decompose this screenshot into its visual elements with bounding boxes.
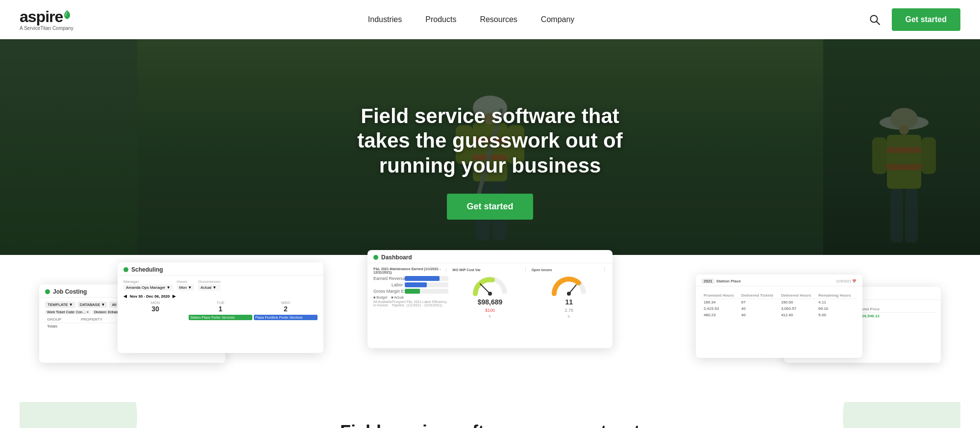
bar-fill-gross [405, 289, 420, 294]
chart-row-earned: Earned Revenue [373, 276, 448, 281]
wip-value: $98,689 [478, 298, 503, 306]
issues-refresh-icon[interactable]: ↻ [567, 315, 570, 319]
pl-chart-section: P&L 2021 Maintenance Earned (1/1/2021 - … [373, 267, 448, 319]
hero-cta-button[interactable]: Get started [447, 194, 533, 220]
open-issues-sub: 2.75 [565, 308, 574, 313]
sched-tue-label: TUE [189, 301, 252, 305]
nav-link-company[interactable]: Company [541, 15, 574, 24]
event-station-place: Station Place Porter Services [189, 315, 252, 320]
chart-row-labor: Labor [373, 282, 448, 287]
est-total-val: $26,546.12 [858, 313, 935, 320]
card-dot-job [45, 289, 50, 294]
legend-actual: ■ Actual [391, 296, 403, 299]
screenshots-section: Job Costing TEMPLATE ▼ DATABASE ▼ All ti… [0, 255, 980, 373]
sched-hours-input[interactable]: Mon ▼ [177, 284, 195, 291]
wip-title: WO WIP Cost Var [452, 268, 480, 272]
sched-day-tue: TUE 1 [189, 301, 252, 313]
card-dot-dash [373, 255, 378, 260]
sched-events-tue: Station Place Porter Services [189, 314, 252, 321]
pl-chart: Earned Revenue Labor Gross [373, 276, 448, 294]
nav-link-resources[interactable]: Resources [480, 15, 517, 24]
logo-subtitle: A ServiceTitan Company [20, 25, 74, 31]
hero-section: Field service software that takes the gu… [0, 39, 980, 284]
green-circle-right [843, 402, 960, 428]
bar-track-labor [405, 282, 448, 287]
col-group: GROUP [45, 316, 79, 323]
bar-fill-labor [405, 282, 427, 287]
bar-track-gross [405, 289, 448, 294]
nav-link-products[interactable]: Products [425, 15, 456, 24]
event-plaza: Plaza Frontline Porter Services [254, 315, 318, 320]
leaf-icon [64, 10, 71, 19]
pl-labor-eff: P&L 2021 Labor Efficiency (1/1/2021 - 12… [407, 300, 449, 307]
sched-prev-btn[interactable]: ◀ [123, 294, 127, 299]
chart-row-gross: Gross Margin E… [373, 289, 448, 294]
svg-line-1 [877, 22, 880, 25]
sched-label-occurrences: Occurrences [198, 279, 220, 284]
bar-track-earned [405, 276, 448, 281]
logo-text: aspire [20, 9, 63, 25]
bar-label-earned: Earned Revenue [373, 276, 403, 281]
wip-gauge-section: WO WIP Cost Var ⋮ $98,689 $100 ↻ [452, 267, 527, 319]
wip-table: Promised Hours Delivered Tickets Deliver… [702, 292, 857, 318]
cell-totals: Totals [45, 323, 79, 330]
wip-gauge-svg [470, 274, 510, 296]
wip-menu-icon[interactable]: ⋮ [523, 267, 528, 272]
sched-label-manager: Manager [123, 279, 173, 284]
pl-chart-title: P&L 2021 Maintenance Earned (1/1/2021 - … [373, 267, 444, 274]
wip-refresh-icon[interactable]: ↻ [489, 315, 491, 319]
est-col-total: Total Price [858, 306, 935, 313]
wip-station-title: Station Place [716, 279, 741, 283]
open-issues-gauge-svg [549, 274, 588, 296]
screenshots-container: Job Costing TEMPLATE ▼ DATABASE ▼ All ti… [29, 255, 951, 363]
wip-col-tickets: Delivered Tickets [739, 292, 779, 299]
open-issues-menu[interactable]: ⋮ [602, 267, 607, 272]
get-started-nav-button[interactable]: Get started [892, 8, 960, 31]
sched-wed-label: WED [254, 301, 318, 305]
logo[interactable]: aspire A ServiceTitan Company [20, 9, 74, 31]
sched-wed-num: 2 [254, 305, 318, 313]
filter-database[interactable]: DATABASE ▼ [77, 302, 108, 308]
sched-manager-input[interactable]: Amanda Ops Manager ▼ [123, 284, 173, 291]
wip-year: 2021 [702, 278, 714, 284]
sched-tue-num: 1 [189, 305, 252, 313]
scheduling-card: Scheduling Manager Amanda Ops Manager ▼ … [118, 262, 323, 353]
svg-point-24 [488, 292, 492, 296]
pl-legend: ■ Budget ■ Actual [373, 296, 448, 299]
bar-label-labor: Labor [373, 282, 403, 287]
sched-next-btn[interactable]: ▶ [172, 294, 176, 299]
open-issues-title: Open Issues [532, 268, 552, 272]
pl-available: All Available to Invoice [373, 300, 392, 307]
wip-col-remaining: Remaining Hours [816, 292, 857, 299]
search-icon [869, 14, 880, 25]
nav-right: Get started [869, 8, 960, 31]
card-dot-sched [123, 267, 128, 272]
dashboard-card: Dashboard P&L 2021 Maintenance Earned (1… [368, 250, 612, 348]
svg-line-23 [480, 284, 490, 294]
pl-menu-icon[interactable]: ⋮ [444, 268, 448, 273]
search-button[interactable] [869, 14, 880, 25]
trust-section: Field service software you can trust [0, 373, 980, 428]
nav-link-industries[interactable]: Industries [368, 15, 402, 24]
pl-prospect: Prospect Pipeline [392, 300, 407, 307]
job-costing-title: Job Costing [53, 288, 87, 295]
scheduling-title: Scheduling [131, 266, 163, 273]
sched-mon-num: 30 [123, 305, 187, 313]
filter-template[interactable]: TEMPLATE ▼ [45, 302, 75, 308]
navbar: aspire A ServiceTitan Company Industries… [0, 0, 980, 39]
green-decoration [20, 402, 960, 428]
wip-row-2: 2,415.53403,063.5769.10 [702, 305, 857, 312]
wip-date-input[interactable]: 12/9/2021 📅 [836, 279, 857, 283]
wip-row-3: 480.2340412.405.00 [702, 312, 857, 318]
sched-events-mon [123, 314, 187, 321]
open-issues-section: Open Issues ⋮ 11 2.75 ↻ [532, 267, 607, 319]
sched-events-wed: Plaza Frontline Porter Services [254, 314, 318, 321]
sched-occ-input[interactable]: Actual ▼ [198, 284, 220, 291]
green-circle-left [20, 402, 137, 428]
wip-sub: $100 [485, 308, 495, 313]
wip-col-delivered: Delivered Hours [779, 292, 816, 299]
bar-fill-earned [405, 276, 440, 281]
bar-label-gross: Gross Margin E… [373, 289, 403, 294]
sched-date-range: Nov 30 - Dec 06, 2020 [130, 294, 170, 299]
pl-footer: All Available to Invoice Prospect Pipeli… [373, 300, 448, 307]
